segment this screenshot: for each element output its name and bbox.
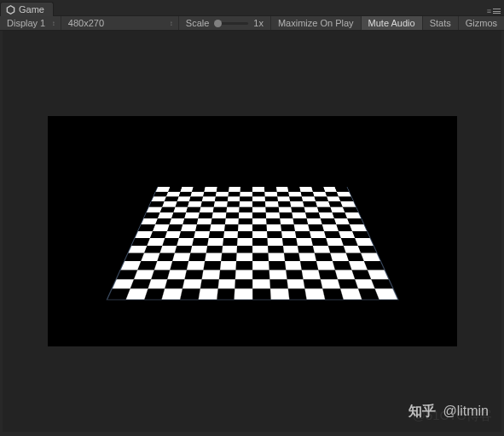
scale-label: Scale <box>186 18 210 28</box>
resolution-value: 480x270 <box>68 18 104 28</box>
game-toolbar: Display 1 ↕ 480x270 ↕ Scale 1x Maximize … <box>0 15 504 31</box>
tab-label: Game <box>19 4 44 15</box>
unity-logo-icon <box>6 5 15 15</box>
scale-control: Scale 1x <box>179 16 271 30</box>
gizmos-label: Gizmos <box>466 18 497 28</box>
stats-label: Stats <box>430 18 451 28</box>
mute-label: Mute Audio <box>368 18 415 28</box>
maximize-on-play-button[interactable]: Maximize On Play <box>271 16 362 30</box>
stats-button[interactable]: Stats <box>423 16 459 30</box>
tab-game[interactable]: Game <box>0 2 54 16</box>
display-label: Display 1 <box>7 18 45 28</box>
tab-options[interactable]: ≡ <box>487 7 504 15</box>
lock-icon: ≡ <box>487 7 491 15</box>
tab-strip: Game ≡ <box>0 0 504 15</box>
mute-audio-button[interactable]: Mute Audio <box>362 16 423 30</box>
maximize-label: Maximize On Play <box>278 18 354 28</box>
resolution-dropdown[interactable]: 480x270 ↕ <box>61 16 179 30</box>
dropdown-arrows-icon: ↕ <box>170 20 171 27</box>
checker-plane <box>106 187 398 300</box>
scale-value: 1x <box>253 18 264 28</box>
slider-knob-icon[interactable] <box>214 20 222 27</box>
game-view[interactable] <box>48 116 457 346</box>
display-dropdown[interactable]: Display 1 ↕ <box>0 16 61 30</box>
menu-icon <box>493 9 501 14</box>
scene-content <box>137 116 368 346</box>
scale-slider[interactable] <box>214 22 248 25</box>
viewport <box>3 31 501 432</box>
gizmos-button[interactable]: Gizmos <box>459 16 504 30</box>
dropdown-arrows-icon: ↕ <box>52 20 54 27</box>
